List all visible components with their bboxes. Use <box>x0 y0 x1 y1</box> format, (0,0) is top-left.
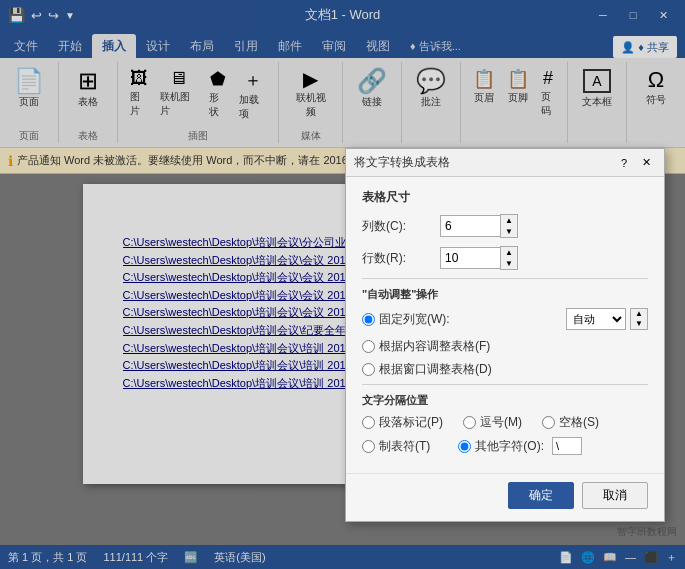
auto-window-row: 根据窗口调整表格(D) <box>362 361 648 378</box>
sep-space-item: 空格(S) <box>542 414 599 431</box>
auto-window-radio-item: 根据窗口调整表格(D) <box>362 361 492 378</box>
sep-comma-radio[interactable] <box>463 416 476 429</box>
watermark: 智字班数程网 <box>617 525 677 539</box>
autofit-label: "自动调整"操作 <box>362 287 648 302</box>
divider1 <box>362 278 648 279</box>
row-input[interactable] <box>440 247 500 269</box>
sep-space-label: 空格(S) <box>559 414 599 431</box>
col-spinner: ▲ ▼ <box>440 214 518 238</box>
col-label: 列数(C): <box>362 218 432 235</box>
fixed-col-row: 固定列宽(W): 自动 ▲ ▼ <box>362 308 648 330</box>
auto-content-label: 根据内容调整表格(F) <box>379 338 490 355</box>
convert-to-table-dialog: 将文字转换成表格 ? ✕ 表格尺寸 列数(C): ▲ ▼ <box>345 148 665 522</box>
sep-comma-label: 逗号(M) <box>480 414 522 431</box>
row-count-row: 行数(R): ▲ ▼ <box>362 246 648 270</box>
auto-up-button[interactable]: ▲ <box>631 309 647 319</box>
auto-content-row: 根据内容调整表格(F) <box>362 338 648 355</box>
dialog-title-bar: 将文字转换成表格 ? ✕ <box>346 149 664 177</box>
fixed-col-value-wrap: 自动 ▲ ▼ <box>566 308 648 330</box>
auto-window-label: 根据窗口调整表格(D) <box>379 361 492 378</box>
col-spinner-buttons: ▲ ▼ <box>500 214 518 238</box>
sep-other-item: 其他字符(O): <box>458 437 582 455</box>
sep-other-label: 其他字符(O): <box>475 438 544 455</box>
row-down-button[interactable]: ▼ <box>501 258 517 269</box>
sep-row2: 制表符(T) 其他字符(O): <box>362 437 648 455</box>
fixed-col-radio-item: 固定列宽(W): <box>362 311 450 328</box>
dialog-overlay: 将文字转换成表格 ? ✕ 表格尺寸 列数(C): ▲ ▼ <box>0 0 685 569</box>
row-up-button[interactable]: ▲ <box>501 247 517 258</box>
col-down-button[interactable]: ▼ <box>501 226 517 237</box>
auto-window-radio[interactable] <box>362 363 375 376</box>
col-input[interactable] <box>440 215 500 237</box>
fixed-col-radio[interactable] <box>362 313 375 326</box>
col-up-button[interactable]: ▲ <box>501 215 517 226</box>
row-spinner-buttons: ▲ ▼ <box>500 246 518 270</box>
confirm-button[interactable]: 确定 <box>508 482 574 509</box>
sep-comma-item: 逗号(M) <box>463 414 522 431</box>
auto-content-radio[interactable] <box>362 340 375 353</box>
auto-content-radio-item: 根据内容调整表格(F) <box>362 338 490 355</box>
dialog-footer: 确定 取消 <box>346 473 664 521</box>
sep-para-label: 段落标记(P) <box>379 414 443 431</box>
separator-label: 文字分隔位置 <box>362 393 648 408</box>
fixed-col-select[interactable]: 自动 <box>566 308 626 330</box>
fixed-col-label: 固定列宽(W): <box>379 311 450 328</box>
dialog-help-button[interactable]: ? <box>614 154 634 172</box>
table-size-label: 表格尺寸 <box>362 189 648 206</box>
row-spinner: ▲ ▼ <box>440 246 518 270</box>
sep-tab-label: 制表符(T) <box>379 438 430 455</box>
cancel-button[interactable]: 取消 <box>582 482 648 509</box>
col-count-row: 列数(C): ▲ ▼ <box>362 214 648 238</box>
row-label: 行数(R): <box>362 250 432 267</box>
divider2 <box>362 384 648 385</box>
auto-select-spinner: ▲ ▼ <box>630 308 648 330</box>
sep-space-radio[interactable] <box>542 416 555 429</box>
sep-para-item: 段落标记(P) <box>362 414 443 431</box>
dialog-title: 将文字转换成表格 <box>354 154 450 171</box>
auto-down-button[interactable]: ▼ <box>631 319 647 329</box>
dialog-close-button[interactable]: ✕ <box>636 154 656 172</box>
dialog-body: 表格尺寸 列数(C): ▲ ▼ 行数(R): ▲ ▼ <box>346 177 664 473</box>
sep-para-radio[interactable] <box>362 416 375 429</box>
sep-other-input[interactable] <box>552 437 582 455</box>
sep-tab-item: 制表符(T) <box>362 438 430 455</box>
sep-other-radio[interactable] <box>458 440 471 453</box>
dialog-title-buttons: ? ✕ <box>614 154 656 172</box>
sep-tab-radio[interactable] <box>362 440 375 453</box>
sep-row1: 段落标记(P) 逗号(M) 空格(S) <box>362 414 648 431</box>
